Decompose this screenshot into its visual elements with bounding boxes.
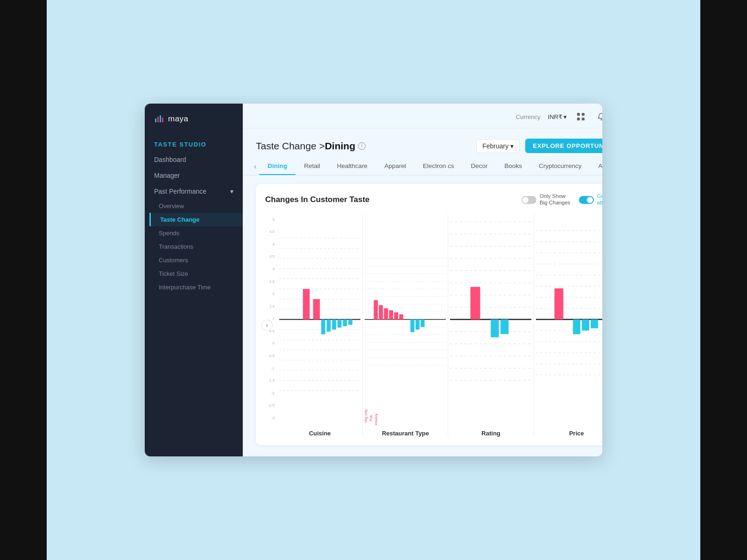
chart-controls: Only ShowBig Changes Group byattributes	[521, 193, 602, 206]
currency-chevron-icon: ▾	[564, 113, 567, 120]
price-chart-svg: 100-200 500-1000 200-500 1000-2000	[536, 214, 602, 425]
big-changes-toggle[interactable]: Only ShowBig Changes	[521, 193, 571, 206]
restaurant-type-label: Restaurant Type	[382, 430, 429, 437]
sidebar-item-interpurchase-time[interactable]: Interpurchase Time	[149, 280, 243, 294]
svg-rect-34	[332, 319, 336, 329]
breadcrumb-pre: Taste Change >	[256, 140, 325, 152]
explore-opportunity-button[interactable]: EXPLORE OPPORTUNITY ▾	[525, 139, 602, 153]
month-label: February	[482, 142, 508, 150]
svg-rect-28	[313, 299, 320, 320]
breadcrumb-bold: Dining	[325, 140, 355, 152]
svg-rect-61	[384, 308, 388, 319]
currency-selector[interactable]: INR₹ ▾	[548, 113, 567, 120]
tab-cryptocurrency[interactable]: Cryptocurrency	[530, 158, 590, 175]
svg-rect-32	[327, 319, 331, 331]
sidebar-item-transactions[interactable]: Transactions	[149, 240, 243, 253]
charts-grid: 5 4.5 4 3.5 3 2.5 2 1.5 1 0.5 0	[265, 214, 602, 437]
svg-rect-63	[389, 310, 394, 320]
svg-text:Brewery: Brewery	[374, 413, 378, 425]
svg-rect-0	[155, 119, 156, 122]
big-changes-label: Only ShowBig Changes	[540, 193, 571, 206]
info-icon[interactable]: i	[358, 142, 366, 150]
page-header: Taste Change > Dining i February ▾ EXPLO…	[243, 128, 602, 158]
sidebar-item-taste-change[interactable]: Taste Change	[149, 213, 243, 226]
sidebar-section-label: TASTE STUDIO	[145, 133, 243, 152]
tab-retail[interactable]: Retail	[296, 158, 329, 175]
chart-with-yaxis: 5 4.5 4 3.5 3 2.5 2 1.5 1 0.5 0	[265, 214, 602, 437]
tab-auto[interactable]: Auto...	[590, 158, 602, 175]
svg-rect-40	[348, 319, 352, 325]
grid-icon[interactable]	[574, 110, 587, 123]
svg-rect-93	[500, 319, 508, 334]
month-chevron-icon: ▾	[510, 142, 514, 150]
sidebar-item-spends[interactable]: Spends	[149, 226, 243, 240]
bell-icon[interactable]	[595, 110, 602, 123]
svg-rect-1	[157, 117, 159, 122]
manager-label: Manager	[154, 172, 180, 179]
header-right: February ▾ EXPLORE OPPORTUNITY ▾	[476, 139, 602, 153]
svg-rect-67	[399, 314, 403, 319]
svg-rect-57	[374, 300, 378, 319]
sidebar-item-ticket-size[interactable]: Ticket Size	[149, 267, 243, 280]
sidebar-item-manager[interactable]: Manager	[145, 168, 243, 183]
dashboard-label: Dashboard	[154, 156, 186, 163]
restaurant-type-chart-col: Bakery Cafe QSR Delivery	[363, 214, 448, 437]
tabs-prev-button[interactable]: ‹	[251, 162, 259, 171]
tab-apparel[interactable]: Apparel	[376, 158, 415, 175]
chart-prev-button[interactable]: ‹	[261, 320, 273, 331]
logo-text: maya	[168, 114, 189, 124]
interpurchase-time-label: Interpurchase Time	[159, 284, 211, 291]
svg-rect-2	[160, 115, 161, 122]
svg-rect-109	[554, 288, 563, 320]
svg-rect-113	[582, 319, 589, 330]
svg-rect-73	[421, 319, 425, 327]
svg-rect-6	[577, 118, 580, 120]
svg-rect-36	[338, 319, 342, 327]
rating-chart-svg: Rating 2- Rating 3+ Rating 4+	[450, 214, 531, 425]
rating-label: Rating	[481, 430, 500, 437]
sidebar-item-past-performance[interactable]: Past Performance ▾	[145, 183, 243, 199]
tab-dining[interactable]: Dining	[259, 158, 296, 175]
cuisine-chart-svg: Italian Chinese Goa Punjab	[279, 214, 360, 425]
svg-point-8	[600, 119, 602, 120]
svg-rect-91	[491, 319, 499, 337]
rating-chart-col: Rating 2- Rating 3+ Rating 4+ Rating	[448, 214, 534, 437]
svg-rect-30	[321, 319, 325, 334]
sidebar-item-customers[interactable]: Customers	[149, 253, 243, 267]
overview-label: Overview	[159, 203, 184, 210]
taste-change-label: Taste Change	[160, 216, 199, 223]
tab-books[interactable]: Books	[496, 158, 530, 175]
taste-change-chart-card: Changes In Customer Taste Only ShowBig C…	[256, 184, 602, 445]
past-performance-label: Past Performance	[154, 188, 206, 195]
transactions-label: Transactions	[159, 243, 193, 250]
page-title: Taste Change > Dining i	[256, 140, 366, 152]
restaurant-type-chart-svg: Bakery Cafe QSR Delivery	[365, 214, 446, 425]
month-selector[interactable]: February ▾	[476, 139, 520, 153]
chart-body: ‹ › 5 4.5 4 3.5 3 2.5	[265, 214, 602, 437]
tab-electronics[interactable]: Electron cs	[415, 158, 463, 175]
svg-rect-26	[303, 289, 310, 319]
svg-rect-71	[416, 319, 420, 329]
sidebar-item-dashboard[interactable]: Dashboard	[145, 152, 243, 168]
category-tabs: ‹ Dining Retail Healthcare Apparel Elect…	[243, 158, 602, 175]
svg-rect-3	[162, 118, 163, 122]
currency-value: INR₹	[548, 113, 562, 120]
svg-rect-59	[379, 305, 383, 319]
group-by-toggle[interactable]: Group byattributes	[579, 193, 602, 206]
svg-text:Veg only: Veg only	[365, 409, 368, 422]
chevron-down-icon: ▾	[230, 188, 233, 195]
tab-decor[interactable]: Decor	[462, 158, 496, 175]
svg-rect-115	[591, 319, 598, 328]
currency-label: Currency	[516, 113, 541, 120]
tab-healthcare[interactable]: Healthcare	[329, 158, 376, 175]
svg-text:Pub: Pub	[369, 415, 374, 421]
past-performance-submenu: Overview Taste Change Spends Transaction…	[145, 199, 243, 294]
svg-rect-65	[394, 312, 398, 319]
sidebar-item-overview[interactable]: Overview	[149, 199, 243, 213]
big-changes-toggle-switch[interactable]	[521, 196, 536, 204]
group-by-toggle-switch[interactable]	[579, 196, 594, 204]
chart-title: Changes In Customer Taste	[265, 195, 370, 204]
svg-rect-69	[410, 319, 415, 332]
sidebar: maya TASTE STUDIO Dashboard Manager Past…	[145, 104, 243, 456]
price-chart-col: 100-200 500-1000 200-500 1000-2000	[534, 214, 602, 437]
